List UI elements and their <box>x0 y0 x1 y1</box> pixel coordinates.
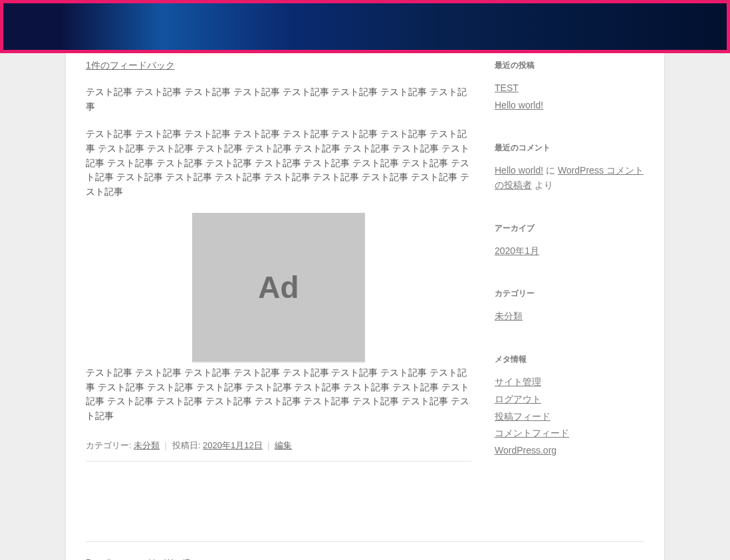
meta-link-wporg[interactable]: WordPress.org <box>495 445 556 456</box>
footer: Proudly powered by WordPress <box>66 541 664 560</box>
page-container: 1件のフィードバック テスト記事 テスト記事 テスト記事 テスト記事 テスト記事… <box>66 53 664 560</box>
main-column: 1件のフィードバック テスト記事 テスト記事 テスト記事 テスト記事 テスト記事… <box>86 60 471 541</box>
meta-link-posts-feed[interactable]: 投稿フィード <box>495 411 550 422</box>
meta-link-comments-feed[interactable]: コメントフィード <box>495 428 569 438</box>
comment-post-link[interactable]: Hello world! <box>495 165 543 176</box>
sidebar: 最近の投稿 TEST Hello world! 最近のコメント Hello wo… <box>495 60 644 541</box>
meta-link-admin[interactable]: サイト管理 <box>495 376 541 387</box>
separator: | <box>267 440 269 450</box>
widget-categories: カテゴリー 未分類 <box>495 288 644 324</box>
divider <box>86 541 644 542</box>
article-paragraph: テスト記事 テスト記事 テスト記事 テスト記事 テスト記事 テスト記事 テスト記… <box>86 366 471 424</box>
comment-text: より <box>532 180 553 190</box>
content-area: 1件のフィードバック テスト記事 テスト記事 テスト記事 テスト記事 テスト記事… <box>66 53 664 541</box>
date-label: 投稿日: <box>172 440 203 450</box>
widget-recent-posts: 最近の投稿 TEST Hello world! <box>495 60 644 112</box>
widget-title: 最近の投稿 <box>495 60 644 71</box>
widget-title: カテゴリー <box>495 288 644 299</box>
widget-title: 最近のコメント <box>495 142 644 154</box>
post-meta: カテゴリー: 未分類 | 投稿日: 2020年1月12日 | 編集 <box>86 437 471 452</box>
recent-post-link[interactable]: Hello world! <box>495 100 543 110</box>
article-paragraph: テスト記事 テスト記事 テスト記事 テスト記事 テスト記事 テスト記事 テスト記… <box>86 127 471 199</box>
article-paragraph: テスト記事 テスト記事 テスト記事 テスト記事 テスト記事 テスト記事 テスト記… <box>86 85 471 114</box>
ad-placeholder: Ad <box>192 213 365 362</box>
recent-comment: Hello world! に WordPress コメントの投稿者 より <box>495 164 644 192</box>
archive-link[interactable]: 2020年1月 <box>495 245 539 256</box>
widget-archives: アーカイブ 2020年1月 <box>495 223 644 259</box>
category-label: カテゴリー: <box>86 440 134 450</box>
date-link[interactable]: 2020年1月12日 <box>203 440 263 450</box>
header-banner <box>0 0 730 53</box>
widget-meta: メタ情報 サイト管理 ログアウト 投稿フィード コメントフィード WordPre… <box>495 354 644 458</box>
separator: | <box>165 440 167 450</box>
widget-title: メタ情報 <box>495 354 644 365</box>
feedback-link[interactable]: 1件のフィードバック <box>86 60 175 72</box>
edit-link[interactable]: 編集 <box>275 440 292 450</box>
footer-powered-link[interactable]: Proudly powered by WordPress <box>86 557 207 560</box>
comment-text: に <box>543 165 558 176</box>
category-link[interactable]: 未分類 <box>495 311 523 321</box>
recent-post-link[interactable]: TEST <box>495 82 519 93</box>
ad-container: Ad <box>86 213 471 362</box>
divider <box>86 461 471 462</box>
category-link[interactable]: 未分類 <box>134 440 160 450</box>
meta-link-logout[interactable]: ログアウト <box>495 394 541 404</box>
widget-title: アーカイブ <box>495 223 644 234</box>
widget-recent-comments: 最近のコメント Hello world! に WordPress コメントの投稿… <box>495 142 644 192</box>
